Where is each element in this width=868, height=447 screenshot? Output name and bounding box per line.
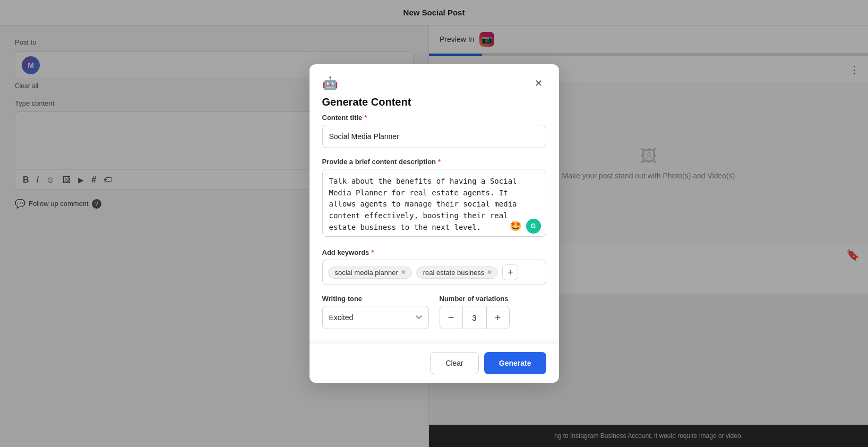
content-title-input[interactable] (322, 125, 546, 148)
clear-button[interactable]: Clear (430, 352, 478, 374)
keyword-add-button[interactable]: + (502, 264, 518, 280)
stepper-plus-button[interactable]: + (486, 306, 510, 329)
keyword-text-2: real estate business (423, 269, 485, 277)
keyword-remove-1[interactable]: ✕ (401, 269, 406, 276)
stepper-value: 3 (463, 306, 486, 329)
writing-tone-label: Writing tone (322, 295, 429, 303)
required-star: * (364, 114, 367, 122)
keywords-container: social media planner ✕ real estate busin… (322, 260, 546, 285)
description-label: Provide a brief content description * (322, 158, 546, 166)
stepper-minus-button[interactable]: − (440, 306, 463, 329)
keyword-remove-2[interactable]: ✕ (487, 269, 492, 276)
writing-tone-select[interactable]: Excited Professional Casual Funny Inspir… (322, 306, 429, 329)
bottom-row: Writing tone Excited Professional Casual… (322, 295, 546, 329)
content-title-group: Content title * (322, 114, 546, 148)
grammarly-icon[interactable]: G (526, 219, 541, 234)
modal-close-button[interactable]: ✕ (531, 76, 546, 91)
content-title-label: Content title * (322, 114, 546, 122)
textarea-icons: 🤩 G (508, 219, 541, 234)
required-star-3: * (371, 248, 374, 256)
modal-header: 🤖 Generate Content ✕ (310, 64, 559, 114)
variations-group: Number of variations − 3 + (440, 295, 546, 329)
textarea-emoji-icon[interactable]: 🤩 (508, 219, 523, 234)
number-stepper: − 3 + (440, 306, 546, 329)
modal-title-area: 🤖 Generate Content (322, 76, 411, 108)
keywords-group: Add keywords * social media planner ✕ re… (322, 248, 546, 285)
keywords-label: Add keywords * (322, 248, 546, 256)
description-group: Provide a brief content description * Ta… (322, 158, 546, 239)
modal-footer: Clear Generate (310, 343, 559, 383)
generate-button[interactable]: Generate (484, 352, 546, 374)
writing-tone-group: Writing tone Excited Professional Casual… (322, 295, 429, 329)
keyword-tag-2: real estate business ✕ (416, 267, 499, 279)
keyword-text-1: social media planner (335, 269, 398, 277)
required-star-2: * (438, 158, 441, 166)
keyword-tag-1: social media planner ✕ (328, 267, 412, 279)
modal-title: Generate Content (322, 96, 411, 108)
robot-icon: 🤖 (322, 76, 411, 91)
description-textarea-wrapper: Talk about the benefits of having a Soci… (322, 169, 546, 239)
scroll-indicator (310, 339, 559, 343)
variations-label: Number of variations (440, 295, 546, 303)
modal-body: Content title * Provide a brief content … (310, 114, 559, 339)
generate-content-modal: 🤖 Generate Content ✕ Content title * Pro… (310, 64, 559, 383)
